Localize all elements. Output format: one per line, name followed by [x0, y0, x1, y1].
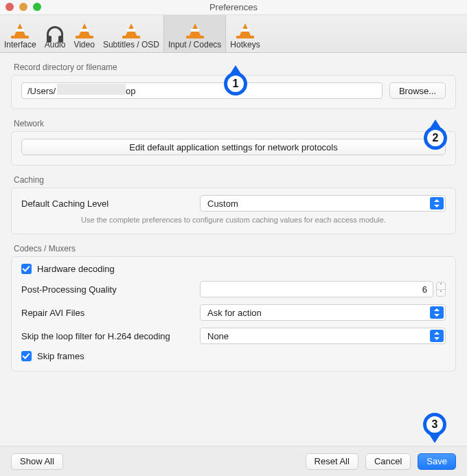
chevron-down-icon: ˅ — [437, 290, 445, 297]
checkbox-label: Hardware decoding — [37, 264, 115, 274]
select-value: None — [207, 331, 229, 341]
tab-input-codecs[interactable]: Input / Codecs — [163, 14, 226, 52]
chevron-up-icon: ˄ — [437, 282, 445, 290]
record-path-wrapper — [21, 82, 383, 99]
tab-interface[interactable]: Interface — [0, 14, 41, 52]
caching-hint: Use the complete preferences to configur… — [21, 216, 446, 224]
traffic-lights — [5, 3, 41, 11]
chevron-up-down-icon — [430, 197, 444, 209]
chevron-up-down-icon — [430, 306, 444, 319]
cone-icon — [10, 18, 30, 38]
select-value: Ask for action — [207, 308, 262, 318]
section-codecs: Hardware decoding Post-Processing Qualit… — [11, 256, 456, 372]
skip-loop-select[interactable]: None — [200, 328, 446, 344]
tab-subtitles-osd[interactable]: Subtitles / OSD — [99, 14, 163, 52]
select-value: Custom — [207, 199, 238, 209]
quantity-stepper[interactable]: ˄ ˅ — [436, 282, 446, 297]
cone-icon — [74, 18, 95, 38]
cancel-button[interactable]: Cancel — [365, 453, 411, 470]
window-title: Preferences — [0, 2, 467, 12]
skip-frames-checkbox[interactable]: Skip frames — [21, 351, 84, 361]
footer: Show All Reset All Cancel Save — [0, 446, 467, 476]
reset-all-button[interactable]: Reset All — [306, 453, 358, 470]
check-icon — [21, 264, 32, 274]
zoom-icon[interactable] — [33, 3, 41, 11]
repair-avi-label: Repair AVI Files — [21, 308, 193, 318]
tab-label: Subtitles / OSD — [103, 40, 159, 49]
browse-button[interactable]: Browse... — [389, 82, 446, 99]
pp-quality-input[interactable] — [200, 281, 433, 297]
preferences-toolbar: Interface Audio Video Subtitles / OSD In… — [0, 15, 467, 53]
callout-marker-2: 2 — [424, 126, 447, 150]
section-caching: Default Caching Level Custom Use the com… — [11, 188, 456, 234]
tab-label: Interface — [4, 40, 36, 49]
edit-network-protocols-button[interactable]: Edit default application settings for ne… — [21, 139, 446, 155]
repair-avi-select[interactable]: Ask for action — [200, 304, 446, 321]
headphones-icon — [45, 18, 65, 38]
tab-video[interactable]: Video — [69, 14, 98, 52]
caching-level-select[interactable]: Custom — [200, 195, 446, 212]
redaction — [57, 84, 126, 95]
close-icon[interactable] — [5, 3, 14, 11]
hardware-decoding-checkbox[interactable]: Hardware decoding — [21, 264, 115, 274]
skip-loop-label: Skip the loop filter for H.264 decoding — [21, 331, 193, 341]
titlebar: Preferences — [0, 0, 467, 15]
content-area: 1 Record directory or filename Browse...… — [0, 63, 467, 372]
tab-label: Hotkeys — [230, 40, 260, 49]
cone-icon — [121, 18, 141, 38]
section-network: Edit default application settings for ne… — [11, 131, 456, 166]
tab-label: Video — [73, 40, 94, 49]
check-icon — [21, 351, 32, 361]
callout-marker-1: 1 — [224, 72, 247, 95]
tab-label: Input / Codecs — [168, 40, 221, 49]
section-label-codecs: Codecs / Muxers — [14, 244, 456, 253]
minimize-icon[interactable] — [19, 3, 27, 11]
callout-marker-3: 3 — [423, 413, 446, 436]
caching-level-label: Default Caching Level — [21, 199, 193, 209]
show-all-button[interactable]: Show All — [11, 453, 63, 470]
tab-audio[interactable]: Audio — [41, 14, 70, 52]
cone-icon — [185, 18, 205, 38]
section-label-caching: Caching — [14, 175, 456, 185]
pp-quality-label: Post-Processing Quality — [21, 284, 193, 295]
checkbox-label: Skip frames — [37, 351, 84, 361]
tab-hotkeys[interactable]: Hotkeys — [226, 14, 264, 52]
section-label-network: Network — [14, 119, 456, 128]
cone-icon — [235, 18, 255, 38]
chevron-up-down-icon — [430, 330, 444, 342]
save-button[interactable]: Save — [418, 453, 456, 470]
